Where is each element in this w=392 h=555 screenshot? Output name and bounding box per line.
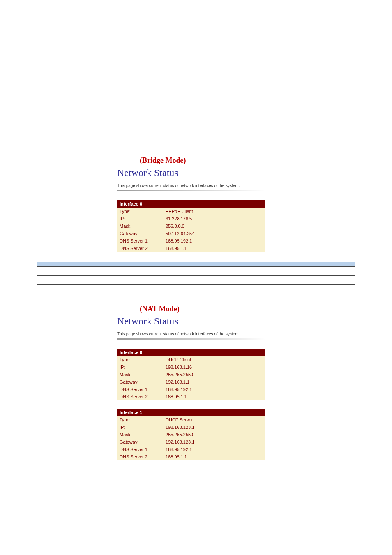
table-row: DNS Server 2:168.95.1.1 — [117, 453, 265, 460]
interface-header: Interface 0 — [117, 349, 265, 356]
field-description-outer — [37, 262, 355, 294]
field-label: IP: — [117, 363, 163, 371]
nat-mode-label: (NAT Mode) — [140, 305, 355, 313]
field-label: Type: — [117, 208, 163, 215]
gradient-rule — [117, 338, 265, 340]
table-row: Mask:255.255.255.0 — [117, 431, 265, 438]
bridge-status-desc: This page shows current status of networ… — [117, 183, 277, 188]
desc-text — [106, 271, 355, 276]
document-page: (Bridge Mode) Network Status This page s… — [0, 53, 392, 555]
field-value: DHCP Server — [163, 416, 265, 423]
bridge-interface-0-table: Interface 0 Type:PPPoE Client IP:61.228.… — [117, 200, 265, 252]
nat-interface-0-table: Interface 0 Type:DHCP Client IP:192.168.… — [117, 349, 265, 400]
field-value: 59.112.64.254 — [163, 230, 265, 237]
field-label: DNS Server 2: — [117, 245, 163, 252]
bridge-status-title: Network Status — [117, 167, 277, 178]
table-row: IP:61.228.178.5 — [117, 215, 265, 222]
table-row: Mask:255.255.255.0 — [117, 371, 265, 378]
desc-text — [106, 267, 355, 271]
desc-field — [37, 271, 106, 276]
field-value: PPPoE Client — [163, 208, 265, 215]
field-value: DHCP Client — [163, 356, 265, 363]
nat-status-block: Network Status This page shows current s… — [117, 316, 277, 460]
field-label: Mask: — [117, 222, 163, 230]
desc-field — [37, 276, 106, 280]
table-row: DNS Server 2:168.95.1.1 — [117, 245, 265, 252]
table-row: Mask:255.0.0.0 — [117, 222, 265, 230]
field-value: 168.95.192.1 — [163, 446, 265, 453]
field-value: 168.95.192.1 — [163, 237, 265, 245]
field-label: Type: — [117, 356, 163, 363]
desc-field — [37, 280, 106, 285]
table-row: DNS Server 1:168.95.192.1 — [117, 237, 265, 245]
table-row: IP:192.168.123.1 — [117, 423, 265, 431]
field-label: DNS Server 2: — [117, 453, 163, 460]
field-value: 61.228.178.5 — [163, 215, 265, 222]
desc-field — [37, 285, 106, 289]
field-label: Gateway: — [117, 230, 163, 237]
table-row — [37, 289, 355, 294]
table-row — [37, 285, 355, 289]
table-row — [37, 271, 355, 276]
table-row: Gateway:192.168.1.1 — [117, 378, 265, 386]
field-label: Mask: — [117, 371, 163, 378]
bridge-status-block: Network Status This page shows current s… — [117, 167, 277, 252]
field-label: DNS Server 1: — [117, 386, 163, 393]
header-desc — [106, 262, 355, 267]
field-label: IP: — [117, 423, 163, 431]
field-value: 168.95.1.1 — [163, 393, 265, 400]
field-value: 255.255.255.0 — [163, 371, 265, 378]
table-row: Type:DHCP Server — [117, 416, 265, 423]
field-value: 192.168.123.1 — [163, 423, 265, 431]
field-value: 192.168.1.16 — [163, 363, 265, 371]
desc-text — [106, 289, 355, 294]
table-row — [37, 267, 355, 271]
interface-header: Interface 1 — [117, 409, 265, 416]
table-row: IP:192.168.1.16 — [117, 363, 265, 371]
field-label: DNS Server 1: — [117, 237, 163, 245]
nat-status-desc: This page shows current status of networ… — [117, 332, 277, 336]
interface-header: Interface 0 — [117, 200, 265, 208]
table-row: DNS Server 1:168.95.192.1 — [117, 386, 265, 393]
field-value: 192.168.123.1 — [163, 438, 265, 446]
desc-field — [37, 267, 106, 271]
nat-status-title: Network Status — [117, 316, 277, 327]
desc-field — [37, 289, 106, 294]
field-value: 192.168.1.1 — [163, 378, 265, 386]
field-label: Mask: — [117, 431, 163, 438]
field-label: Gateway: — [117, 378, 163, 386]
field-label: IP: — [117, 215, 163, 222]
nat-interface-1-table: Interface 1 Type:DHCP Server IP:192.168.… — [117, 409, 265, 460]
field-value: 168.95.1.1 — [163, 453, 265, 460]
field-label: Gateway: — [117, 438, 163, 446]
table-row: DNS Server 2:168.95.1.1 — [117, 393, 265, 400]
table-row: DNS Server 1:168.95.192.1 — [117, 446, 265, 453]
field-value: 255.255.255.0 — [163, 431, 265, 438]
table-row: Type:PPPoE Client — [117, 208, 265, 215]
field-description-table — [37, 262, 355, 294]
table-row — [37, 276, 355, 280]
desc-text — [106, 280, 355, 285]
table-row — [37, 280, 355, 285]
table-row: Gateway:192.168.123.1 — [117, 438, 265, 446]
gradient-rule — [117, 190, 265, 191]
field-label: DNS Server 1: — [117, 446, 163, 453]
field-label: DNS Server 2: — [117, 393, 163, 400]
field-label: Type: — [117, 416, 163, 423]
desc-text — [106, 276, 355, 280]
field-value: 168.95.1.1 — [163, 245, 265, 252]
field-value: 255.0.0.0 — [163, 222, 265, 230]
table-row: Type:DHCP Client — [117, 356, 265, 363]
field-value: 168.95.192.1 — [163, 386, 265, 393]
bridge-mode-label: (Bridge Mode) — [140, 156, 355, 165]
table-row: Gateway:59.112.64.254 — [117, 230, 265, 237]
desc-text — [106, 285, 355, 289]
top-rule — [37, 53, 355, 53]
table-header-row — [37, 262, 355, 267]
header-field — [37, 262, 106, 267]
